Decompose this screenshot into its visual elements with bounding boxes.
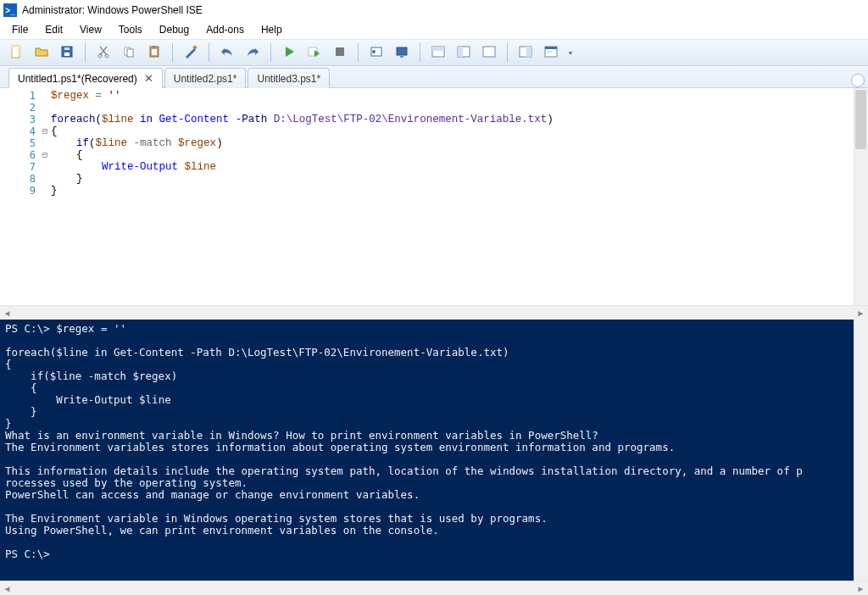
redo-button[interactable]: [242, 42, 264, 64]
scroll-right-icon[interactable]: ►: [854, 581, 868, 596]
menu-addons[interactable]: Add-ons: [199, 22, 251, 37]
svg-rect-25: [526, 47, 531, 57]
toolbar-separator: [358, 43, 359, 62]
svg-rect-27: [545, 47, 557, 49]
window-title: Administrator: Windows PowerShell ISE: [22, 4, 203, 16]
layout-2-icon: [457, 45, 470, 61]
layout-3-button[interactable]: [478, 42, 500, 64]
menu-edit[interactable]: Edit: [38, 22, 70, 37]
copy-button[interactable]: [118, 42, 140, 64]
file-tabs: Untitled1.ps1*(Recovered) ✕ Untitled2.ps…: [0, 66, 868, 88]
console-pane: PS C:\> $regex = '' foreach($line in Get…: [0, 320, 868, 581]
scroll-left-icon[interactable]: ◄: [0, 581, 14, 596]
svg-rect-28: [547, 51, 552, 53]
menu-bar: File Edit View Tools Debug Add-ons Help: [0, 20, 868, 39]
save-button[interactable]: [56, 42, 78, 64]
run-selection-button[interactable]: [303, 42, 326, 64]
tabs-right-controls: [851, 74, 865, 87]
svg-point-16: [372, 50, 376, 53]
clear-button[interactable]: [180, 42, 202, 64]
layout-1-icon: [431, 45, 445, 61]
scroll-left-icon[interactable]: ◄: [0, 306, 14, 320]
editor-vertical-scrollbar[interactable]: [854, 88, 868, 305]
breakpoint-icon: [370, 45, 383, 61]
stop-button[interactable]: [329, 42, 351, 64]
breakpoint-button[interactable]: [365, 42, 387, 64]
remote-button[interactable]: [391, 42, 413, 64]
svg-rect-22: [458, 47, 463, 57]
close-icon[interactable]: ✕: [144, 72, 153, 85]
undo-icon: [220, 45, 234, 61]
svg-rect-10: [153, 46, 156, 48]
toolbar: ▾: [0, 39, 868, 66]
tab-label: Untitled2.ps1*: [174, 73, 237, 85]
open-file-button[interactable]: [31, 42, 53, 64]
toggle-pane-button[interactable]: [515, 42, 537, 64]
clear-icon: [184, 45, 198, 61]
console-horizontal-scrollbar[interactable]: ◄ ►: [0, 581, 868, 595]
overflow-icon: ▾: [569, 49, 572, 57]
toggle-pane-icon: [519, 45, 532, 61]
paste-button[interactable]: [143, 42, 165, 64]
redo-icon: [246, 45, 259, 61]
svg-rect-4: [64, 47, 70, 50]
copy-icon: [122, 45, 136, 61]
svg-rect-17: [397, 47, 407, 55]
run-button[interactable]: [278, 42, 300, 64]
line-number-gutter: 123456789: [0, 88, 39, 305]
console-output[interactable]: PS C:\> $regex = '' foreach($line in Get…: [0, 320, 854, 581]
toolbar-separator: [420, 43, 420, 62]
menu-help[interactable]: Help: [254, 22, 289, 37]
scroll-right-icon[interactable]: ►: [854, 306, 868, 320]
cut-button[interactable]: [92, 42, 114, 64]
svg-rect-23: [483, 47, 495, 57]
layout-2-button[interactable]: [453, 42, 475, 64]
run-icon: [282, 45, 296, 61]
help-circle-icon[interactable]: [851, 74, 865, 87]
toolbar-separator: [85, 43, 86, 62]
script-editor[interactable]: 123456789 ⊟⊟ $regex = '' foreach($line i…: [0, 88, 868, 305]
svg-rect-12: [192, 45, 198, 50]
toolbar-separator: [270, 43, 271, 62]
run-selection-icon: [308, 45, 321, 61]
console-vertical-scrollbar[interactable]: [854, 320, 868, 581]
tab-untitled3[interactable]: Untitled3.ps1*: [248, 68, 330, 88]
menu-file[interactable]: File: [5, 22, 35, 37]
svg-rect-8: [127, 49, 133, 57]
scrollbar-thumb[interactable]: [855, 90, 866, 149]
save-icon: [60, 45, 74, 61]
stop-icon: [333, 45, 347, 61]
svg-rect-3: [64, 53, 70, 56]
layout-3-icon: [482, 45, 496, 61]
new-file-button[interactable]: [5, 42, 27, 64]
cut-icon: [97, 45, 110, 61]
svg-rect-20: [432, 47, 444, 51]
svg-rect-14: [336, 47, 344, 56]
layout-1-button[interactable]: [427, 42, 449, 64]
tab-label: Untitled3.ps1*: [257, 73, 320, 85]
menu-debug[interactable]: Debug: [153, 22, 196, 37]
svg-rect-11: [152, 49, 157, 55]
toolbar-separator: [172, 43, 173, 62]
paste-icon: [147, 45, 161, 61]
svg-rect-1: [12, 46, 19, 48]
tab-untitled1[interactable]: Untitled1.ps1*(Recovered) ✕: [8, 68, 163, 88]
svg-rect-18: [400, 56, 403, 58]
code-area[interactable]: $regex = '' foreach($line in Get-Content…: [51, 88, 854, 305]
menu-tools[interactable]: Tools: [112, 22, 149, 37]
toolbar-separator: [507, 43, 508, 62]
toolbar-separator: [209, 43, 209, 62]
undo-button[interactable]: [216, 42, 238, 64]
remote-icon: [395, 45, 409, 61]
outline-column: ⊟⊟: [39, 88, 51, 305]
title-bar: >_ Administrator: Windows PowerShell ISE: [0, 0, 868, 20]
toolbar-overflow-button[interactable]: ▾: [565, 42, 576, 64]
tab-untitled2[interactable]: Untitled2.ps1*: [164, 68, 247, 88]
menu-view[interactable]: View: [73, 22, 108, 37]
show-command-icon: [544, 45, 558, 61]
app-icon: >_: [3, 3, 17, 17]
new-file-icon: [9, 45, 23, 61]
editor-horizontal-scrollbar[interactable]: ◄ ►: [0, 305, 868, 320]
open-file-icon: [35, 45, 48, 61]
show-command-button[interactable]: [540, 42, 562, 64]
